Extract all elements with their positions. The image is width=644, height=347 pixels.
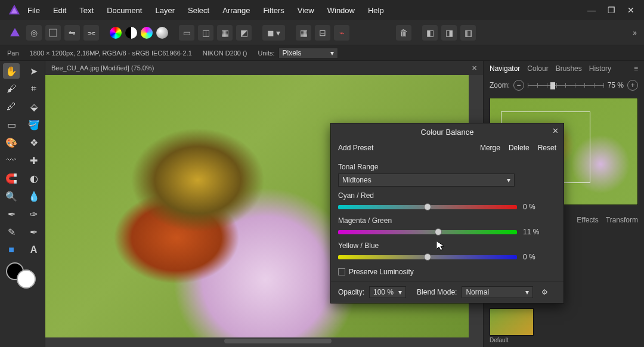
heal-tool-icon[interactable]: ✚ [26,153,42,168]
maximize-icon[interactable]: ❐ [608,5,615,15]
snap-icon[interactable]: ⌁ [334,25,349,41]
opacity-select[interactable]: 100 %▾ [369,286,406,298]
marquee-tool-icon[interactable]: ▭ [3,117,20,132]
menu-layer[interactable]: Layer [155,6,175,15]
zoom-tool-icon[interactable]: 🔍 [3,188,20,204]
brush-tool-icon[interactable]: 🖌 [3,81,20,97]
main-toolbar: ◎ ⇋ ⫘ ▭ ◫ ▦ ◩ ◼ ▾ ▦ ⊟ ⌁ 🗑 ◧ ◨ ▥ » [0,20,644,45]
quick-mask-icon[interactable]: ▦ [217,25,233,41]
trash-icon[interactable]: 🗑 [396,25,411,41]
preserve-luminosity-checkbox[interactable]: Preserve Luminosity [338,268,556,276]
flood-tool-icon[interactable]: ⬙ [26,99,42,114]
menu-select[interactable]: Select [188,6,209,15]
color-swatches[interactable] [6,262,42,290]
persona-tone-icon[interactable]: ⇋ [64,25,80,41]
tab-effects[interactable]: Effects [577,216,598,224]
minimize-icon[interactable]: — [587,5,596,15]
tab-transform[interactable]: Transform [606,216,638,224]
move-tool-icon[interactable]: ➤ [26,63,42,79]
toolbar-overflow-icon[interactable]: » [633,29,637,37]
background-swatch[interactable] [17,269,36,289]
tools-column-1: ✋ 🖌 🖊 ▭ 🎨 〰 🧲 🔍 ✒ ✎ ■ ⌗ [0,61,23,347]
bucket-tool-icon[interactable]: 🪣 [26,117,42,132]
zoom-slider[interactable] [528,81,604,89]
persona-develop-icon[interactable] [45,25,61,41]
pen-tool-icon[interactable]: ✒ [3,206,20,222]
slider-value-mg: 11 % [523,228,552,236]
pencil-tool-icon[interactable]: ✎ [3,224,20,240]
nib-tool-icon[interactable]: ✒ [26,224,42,240]
persona-photo-icon[interactable] [7,25,23,41]
close-icon[interactable]: ✕ [627,5,634,15]
magnet-tool-icon[interactable]: 🧲 [3,171,20,186]
chevron-down-icon: ▾ [507,176,510,184]
persona-liquify-icon[interactable]: ◎ [26,25,42,41]
horizontal-scrollbar[interactable] [224,339,332,343]
persona-export-icon[interactable]: ⫘ [83,25,99,41]
smudge-tool-icon[interactable]: 〰 [3,153,20,168]
menu-edit[interactable]: Edit [53,6,66,15]
svg-marker-2 [10,28,20,36]
grid-icon[interactable]: ▦ [296,25,311,41]
marquee-rect-icon[interactable]: ▭ [179,25,194,41]
arrange-front-icon[interactable]: ◧ [422,25,438,41]
menu-bar: File Edit Text Document Layer Select Arr… [27,6,384,15]
blend-mode-select[interactable]: Normal▾ [462,286,533,298]
contrast-icon[interactable] [125,27,137,39]
document-tab-close-icon[interactable]: ✕ [472,64,477,72]
menu-document[interactable]: Document [107,6,142,15]
dodge-tool-icon[interactable]: ◐ [26,171,42,186]
hand-tool-icon[interactable]: ✋ [3,63,20,79]
hue-icon[interactable] [141,27,153,39]
shade-icon[interactable] [156,27,168,39]
delete-button[interactable]: Delete [509,144,530,152]
units-select[interactable]: Pixels▾ [278,48,338,58]
preset-thumb[interactable] [490,308,534,336]
shape-tool-icon[interactable]: ■ [3,242,20,258]
menu-help[interactable]: Help [368,6,384,15]
slider-magenta-green[interactable] [338,227,517,237]
swap-icon[interactable]: ◼ ▾ [262,25,285,41]
reset-button[interactable]: Reset [538,144,556,152]
tab-colour[interactable]: Colour [527,64,548,73]
tab-navigator[interactable]: Navigator [490,64,520,73]
dialog-close-icon[interactable]: ✕ [552,126,559,135]
document-tab[interactable]: Bee_CU_AA.jpg [Modified] (75.0%) ✕ [45,61,483,75]
merge-button[interactable]: Merge [480,144,500,152]
clone-tool-icon[interactable]: ❖ [26,135,42,150]
zoom-in-button[interactable]: + [627,80,638,91]
menu-window[interactable]: Window [327,6,355,15]
units-value: Pixels [283,49,302,57]
crop-tool-icon[interactable]: ⌗ [26,81,42,97]
tab-history[interactable]: History [589,64,611,73]
menu-text[interactable]: Text [79,6,94,15]
add-preset-button[interactable]: Add Preset [338,144,373,152]
arrange-group-icon[interactable]: ▥ [460,25,476,41]
tonal-range-select[interactable]: Midtones ▾ [338,174,515,187]
eyedropper-tool-icon[interactable]: 💧 [26,188,42,204]
slider-cyan-red[interactable] [338,202,517,212]
arrange-back-icon[interactable]: ◨ [441,25,457,41]
tab-brushes[interactable]: Brushes [556,64,582,73]
menu-arrange[interactable]: Arrange [222,6,250,15]
zoom-value: 75 % [608,81,624,89]
vector-tool-icon[interactable]: ✑ [26,206,42,222]
menu-filters[interactable]: Filters [263,6,284,15]
text-tool-icon[interactable]: A [26,242,42,258]
marquee-square-icon[interactable]: ◫ [198,25,213,41]
panel-menu-icon[interactable]: ≡ [634,64,638,73]
menu-file[interactable]: File [27,6,40,15]
gear-icon[interactable]: ⚙ [541,288,548,296]
slider-yellow-blue[interactable] [338,252,517,262]
palette-tool-icon[interactable]: 🎨 [3,135,20,150]
align-icon[interactable]: ⊟ [315,25,330,41]
dialog-titlebar[interactable]: Colour Balance ✕ [331,123,564,140]
paint-tool-icon[interactable]: 🖊 [3,99,20,114]
refine-icon[interactable]: ◩ [236,25,252,41]
presets-panel: Default [484,305,644,347]
color-wheel-icon[interactable] [110,27,122,39]
slider-label-yb: Yellow / Blue [338,241,556,250]
zoom-out-button[interactable]: − [513,80,524,91]
menu-view[interactable]: View [298,6,314,15]
checkbox-icon [338,268,345,275]
